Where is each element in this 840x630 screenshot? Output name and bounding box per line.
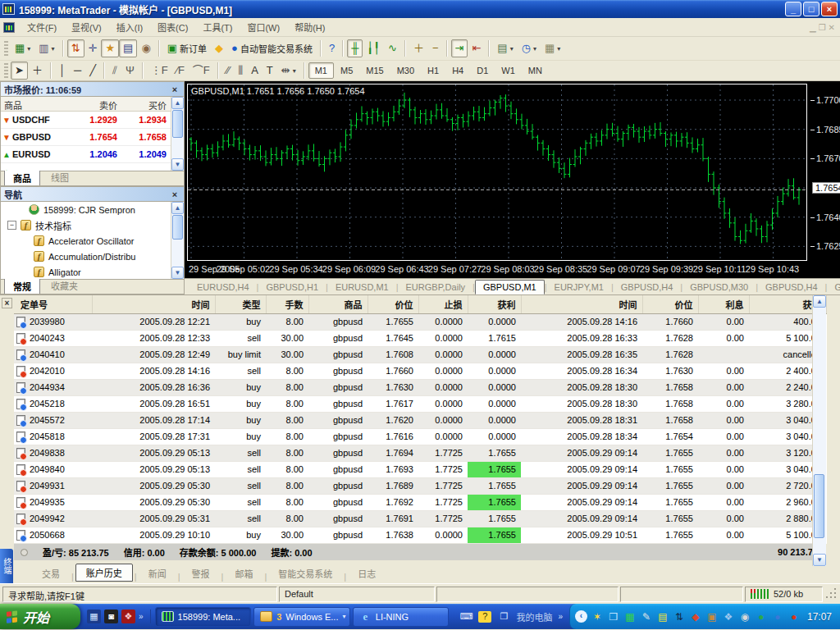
quick-launch-app1[interactable]: ▦ (87, 609, 101, 623)
history-column-1[interactable]: 时间 (92, 295, 215, 313)
crosshair-button[interactable]: ＋ (28, 62, 47, 80)
cycle-lines-button[interactable]: ⫼ (234, 62, 247, 80)
history-row[interactable]: 20458182005.09.28 17:31buy8.00gbpusd1.76… (14, 428, 826, 445)
new-order-button[interactable]: ▣新订单 (163, 39, 211, 57)
menu-item[interactable]: 显视(V) (64, 18, 109, 36)
chart-tab-EURUSDH4[interactable]: EURUSD,H4 (189, 281, 257, 294)
terminal-side-tab[interactable]: 终端 (0, 549, 13, 583)
terminal-tab-4[interactable]: 邮箱 (225, 565, 262, 582)
menu-item[interactable]: 插入(I) (109, 18, 150, 36)
zoom-in-button[interactable]: ＋ (409, 39, 428, 57)
chart-tab-GBPUSDM1[interactable]: GBPUSD,M1 (475, 280, 545, 294)
scroll-up-icon[interactable]: ▲ (171, 97, 184, 109)
scroll-down-icon[interactable]: ▼ (171, 267, 184, 279)
scrollbar-thumb[interactable] (814, 474, 824, 538)
arrows-button[interactable]: ⇹▾ (277, 62, 300, 80)
tray-chart-green[interactable]: ▦ (623, 610, 637, 623)
column-symbol[interactable]: 商品 (1, 97, 71, 111)
scrollbar-thumb[interactable] (172, 215, 183, 240)
toolbar-grip[interactable] (4, 63, 8, 78)
market-watch-toggle-button[interactable]: ⇅ (67, 39, 84, 57)
help-lang-icon[interactable]: ? (478, 611, 491, 623)
navigator-tab-收藏夹[interactable]: 收藏夹 (42, 277, 87, 294)
andrews-pitchfork-button[interactable]: Ψ (121, 62, 139, 80)
terminal-tab-1[interactable]: 账户历史 (75, 564, 133, 582)
market-watch-row[interactable]: ▼GBPUSD1.76541.7658 (1, 129, 184, 146)
market-watch-row[interactable]: ▲EURUSD1.20461.2049 (1, 146, 184, 163)
tray-collapse-icon[interactable]: ‹ (575, 610, 587, 623)
terminal-close-icon[interactable]: × (2, 298, 12, 308)
navigator-indicator[interactable]: fAccelerator Oscillator (1, 233, 184, 249)
history-row[interactable]: 20499312005.09.29 05:30sell8.00gbpusd1.7… (14, 477, 826, 494)
status-profile[interactable]: Default (279, 587, 435, 602)
history-column-2[interactable]: 类型 (215, 295, 266, 313)
tray-colorball[interactable]: ● (755, 610, 768, 623)
tray-starburst[interactable]: ✶ (591, 610, 604, 623)
market-watch-title-bar[interactable]: 市场报价: 11:06:59 × (1, 82, 184, 97)
help-button[interactable]: ? (325, 39, 339, 57)
periods-button[interactable]: ◷▾ (518, 39, 541, 57)
timeframe-h4[interactable]: H4 (445, 62, 470, 79)
timeframe-d1[interactable]: D1 (470, 62, 495, 79)
close-button[interactable]: × (821, 2, 838, 16)
resize-grip[interactable] (826, 588, 838, 600)
tray-scales[interactable]: ⇅ (673, 610, 686, 623)
navigator-group-indicators[interactable]: −f技术指标 (1, 217, 184, 233)
quick-launch-chevron-icon[interactable]: » (139, 612, 144, 621)
vertical-line-button[interactable]: │ (55, 62, 70, 80)
time-axis[interactable]: 29 Sep 200529 Sep 05:0229 Sep 05:3429 Se… (187, 262, 807, 277)
fibo-fan-button[interactable]: ∕F (172, 62, 189, 80)
menu-item[interactable]: 文件(F) (20, 18, 64, 36)
mdi-close-icon[interactable]: ✕ (829, 23, 835, 32)
tree-collapse-icon[interactable]: − (7, 221, 16, 230)
history-row[interactable]: 20506682005.09.29 10:10buy30.00gbpusd1.7… (14, 527, 826, 543)
history-row[interactable]: 20399802005.09.28 12:21buy8.00gbpusd1.76… (14, 313, 826, 330)
market-watch-scrollbar[interactable]: ▲ ▼ (171, 97, 184, 171)
history-row[interactable]: 20498382005.09.29 05:13sell8.00gbpusd1.7… (14, 445, 826, 461)
tray-updown-diamond[interactable]: ◆ (689, 610, 702, 623)
task-button-folder[interactable]: 3Windows E...▾ (253, 607, 350, 627)
horizontal-line-button[interactable]: ─ (70, 62, 85, 80)
terminal-scrollbar[interactable]: ▲ ▼ (812, 295, 826, 566)
cursor-button[interactable]: ➤ (11, 62, 28, 80)
auto-scroll-button[interactable]: ⇥ (451, 39, 468, 57)
navigator-toggle-button[interactable]: ★ (101, 39, 119, 57)
menu-item[interactable]: 帮助(H) (287, 18, 332, 36)
toolbar-grip[interactable] (4, 41, 8, 56)
history-column-6[interactable]: 止损 (418, 295, 468, 313)
history-column-3[interactable]: 手数 (266, 295, 308, 313)
task-button-ie[interactable]: eLI-NING (353, 607, 450, 627)
history-row[interactable]: 20499352005.09.29 05:30sell8.00gbpusd1.7… (14, 494, 826, 510)
history-column-8[interactable]: 时间 (521, 295, 642, 313)
fibo-retracement-button[interactable]: ⋮F (147, 62, 172, 80)
chart-plot[interactable] (187, 84, 807, 261)
scroll-down-icon[interactable]: ▼ (171, 158, 184, 171)
tray-connections[interactable]: ❖ (722, 610, 735, 623)
history-row[interactable]: 20499422005.09.29 05:31sell8.00gbpusd1.7… (14, 510, 826, 527)
chart-tab-EURJPYM1[interactable]: EURJPY,M1 (547, 281, 611, 294)
mdi-child-icon[interactable] (3, 22, 15, 33)
timeframe-m15[interactable]: M15 (359, 62, 390, 79)
market-watch-close-icon[interactable]: × (169, 84, 180, 94)
history-column-10[interactable]: 利息 (698, 295, 749, 313)
terminal-tab-3[interactable]: 警报 (182, 565, 220, 582)
timeframe-w1[interactable]: W1 (495, 62, 522, 79)
chart-tab-EURUSDM1[interactable]: EURUSD,M1 (328, 281, 396, 294)
tray-flame[interactable]: ● (788, 610, 801, 623)
text-button[interactable]: A (247, 62, 262, 80)
chart-candles-button[interactable]: ╽╿ (363, 39, 384, 57)
templates-button[interactable]: ▦▾ (541, 39, 564, 57)
history-row[interactable]: 20455722005.09.28 17:14buy8.00gbpusd1.76… (14, 412, 826, 428)
chart-area[interactable]: GBPUSD,M1 1.7651 1.7656 1.7650 1.7654 1.… (185, 81, 840, 294)
menu-item[interactable]: 窗口(W) (240, 18, 287, 36)
chart-shift-button[interactable]: ⇤ (468, 39, 485, 57)
market-watch-row[interactable]: ▼USDCHF1.29291.2934 (1, 112, 184, 129)
navigator-tab-常规[interactable]: 常规 (4, 278, 40, 294)
text-label-button[interactable]: T (262, 62, 277, 80)
chart-tab-GBPUSDH4[interactable]: GBPUSD,H4 (614, 281, 681, 294)
history-row[interactable]: 20404102005.09.28 12:49buy limit30.00gbp… (14, 346, 826, 363)
price-axis[interactable]: 1.77001.76851.76701.76401.76251.7654 (810, 84, 840, 261)
trendline-button[interactable]: ╱ (85, 62, 100, 80)
terminal-toggle-button[interactable]: ▤ (119, 39, 137, 57)
parallel-lines-button[interactable]: ⁄⁄ (222, 62, 234, 80)
